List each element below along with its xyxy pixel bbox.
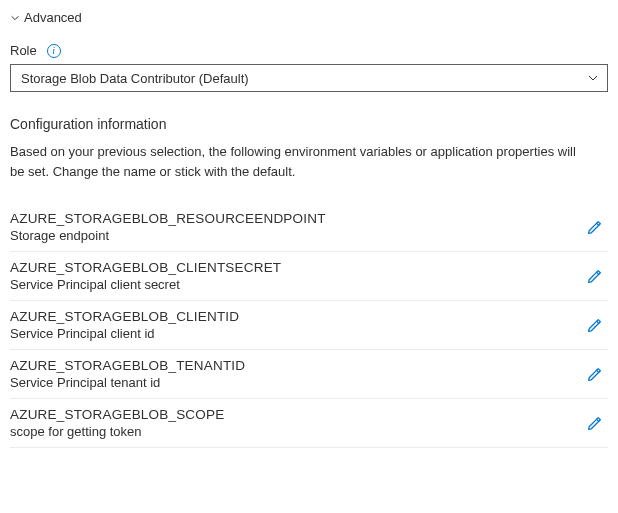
variable-description: Service Principal client id — [10, 326, 239, 341]
edit-button[interactable] — [582, 313, 606, 337]
role-label: Role — [10, 43, 37, 58]
variable-text: AZURE_STORAGEBLOB_CLIENTSECRET Service P… — [10, 260, 281, 292]
role-label-row: Role i — [10, 43, 608, 58]
role-select[interactable]: Storage Blob Data Contributor (Default) — [10, 64, 608, 92]
variable-text: AZURE_STORAGEBLOB_TENANTID Service Princ… — [10, 358, 245, 390]
variable-description: Service Principal tenant id — [10, 375, 245, 390]
variable-description: Service Principal client secret — [10, 277, 281, 292]
variable-name: AZURE_STORAGEBLOB_TENANTID — [10, 358, 245, 373]
variables-list: AZURE_STORAGEBLOB_RESOURCEENDPOINT Stora… — [10, 203, 608, 448]
role-select-value: Storage Blob Data Contributor (Default) — [21, 71, 249, 86]
variable-text: AZURE_STORAGEBLOB_CLIENTID Service Princ… — [10, 309, 239, 341]
info-icon[interactable]: i — [47, 44, 61, 58]
advanced-toggle[interactable]: Advanced — [10, 10, 608, 25]
variable-row: AZURE_STORAGEBLOB_CLIENTID Service Princ… — [10, 301, 608, 350]
variable-name: AZURE_STORAGEBLOB_CLIENTSECRET — [10, 260, 281, 275]
variable-text: AZURE_STORAGEBLOB_SCOPE scope for gettin… — [10, 407, 224, 439]
variable-name: AZURE_STORAGEBLOB_SCOPE — [10, 407, 224, 422]
pencil-icon — [586, 317, 603, 334]
variable-description: Storage endpoint — [10, 228, 326, 243]
edit-button[interactable] — [582, 411, 606, 435]
advanced-label: Advanced — [24, 10, 82, 25]
variable-text: AZURE_STORAGEBLOB_RESOURCEENDPOINT Stora… — [10, 211, 326, 243]
edit-button[interactable] — [582, 264, 606, 288]
variable-name: AZURE_STORAGEBLOB_RESOURCEENDPOINT — [10, 211, 326, 226]
pencil-icon — [586, 219, 603, 236]
pencil-icon — [586, 268, 603, 285]
config-info-title: Configuration information — [10, 116, 608, 132]
chevron-down-icon — [587, 72, 599, 84]
edit-button[interactable] — [582, 362, 606, 386]
config-info-description: Based on your previous selection, the fo… — [10, 142, 590, 181]
pencil-icon — [586, 366, 603, 383]
variable-row: AZURE_STORAGEBLOB_CLIENTSECRET Service P… — [10, 252, 608, 301]
pencil-icon — [586, 415, 603, 432]
edit-button[interactable] — [582, 215, 606, 239]
variable-row: AZURE_STORAGEBLOB_SCOPE scope for gettin… — [10, 399, 608, 448]
chevron-down-icon — [10, 13, 20, 23]
variable-row: AZURE_STORAGEBLOB_RESOURCEENDPOINT Stora… — [10, 203, 608, 252]
variable-description: scope for getting token — [10, 424, 224, 439]
variable-name: AZURE_STORAGEBLOB_CLIENTID — [10, 309, 239, 324]
variable-row: AZURE_STORAGEBLOB_TENANTID Service Princ… — [10, 350, 608, 399]
